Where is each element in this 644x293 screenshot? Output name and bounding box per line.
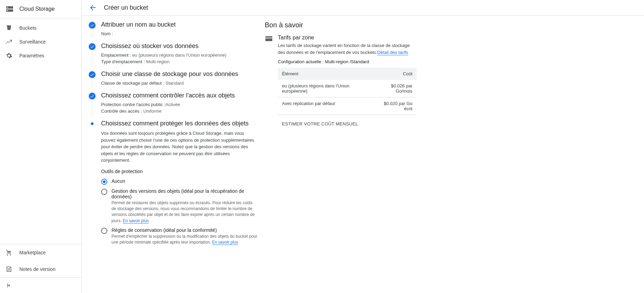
cloud-storage-icon (6, 5, 14, 13)
sidebar-item-label: Marketplace (19, 250, 46, 255)
pricing-details-link[interactable]: Détail des tarifs (377, 50, 408, 55)
step-title[interactable]: Attribuer un nom au bucket (101, 21, 258, 28)
back-arrow-icon[interactable] (89, 3, 97, 12)
page-title: Créer un bucket (104, 4, 148, 11)
table-row: Avec réplication par défaut $0.020 par G… (278, 97, 417, 115)
current-config: Configuration actuelle : Multi-region /S… (278, 59, 417, 64)
sidebar-nav: Buckets Surveillance Paramètres (0, 18, 81, 244)
sidebar-item-marketplace[interactable]: Marketplace (0, 244, 81, 261)
step-name-value: Nom : (101, 31, 258, 36)
protection-tools-label: Outils de protection (101, 169, 258, 174)
step-title[interactable]: Choisissez comment protéger les données … (101, 120, 258, 127)
radio-icon (101, 189, 107, 195)
table-header-cost: Coût (372, 68, 417, 80)
estimate-cost-button[interactable]: ESTIMER VOTRE COÛT MENSUEL (278, 115, 362, 129)
radio-label: Gestion des versions des objets (idéal p… (111, 188, 258, 199)
svg-rect-3 (7, 10, 8, 11)
pricing-section: Tarifs par zone Les tarifs de stockage v… (265, 35, 417, 129)
step-public-access: Protection contre l'accès public :Activé… (101, 102, 258, 107)
sidebar: Cloud Storage Buckets Surveillance Param… (0, 0, 82, 293)
radio-icon (101, 228, 107, 234)
sidebar-item-monitoring[interactable]: Surveillance (0, 35, 81, 49)
step-title[interactable]: Choisir une classe de stockage pour vos … (101, 70, 258, 78)
main: Créer un bucket Attribuer un nom au buck… (82, 0, 644, 293)
step-description: Vos données sont toujours protégées grâc… (101, 130, 258, 164)
topbar: Créer un bucket (82, 0, 644, 16)
sidebar-item-label: Notes de version (19, 266, 56, 272)
step-protect: Choisissez comment protéger les données … (89, 120, 258, 246)
svg-rect-2 (7, 7, 8, 8)
chevron-left-icon (6, 282, 12, 289)
sidebar-item-release-notes[interactable]: Notes de version (0, 261, 81, 277)
chart-icon (6, 38, 12, 45)
step-location-type: Type d'emplacement : Multi-region (101, 59, 258, 64)
sidebar-header: Cloud Storage (0, 0, 81, 18)
radio-help: Permet de restaurer des objets supprimés… (111, 200, 258, 224)
table-header-element: Élément (278, 68, 372, 80)
notes-icon (6, 266, 12, 273)
step-name: Attribuer un nom au bucket Nom : (89, 21, 258, 36)
form-column: Attribuer un nom au bucket Nom : Choisis… (89, 21, 258, 252)
step-title[interactable]: Choisissez où stocker vos données (101, 42, 258, 50)
radio-option-none[interactable]: Aucun (101, 178, 258, 185)
current-step-dot-icon (91, 122, 94, 125)
table-row: eu (plusieurs régions dans l'Union europ… (278, 80, 417, 97)
cart-icon (6, 249, 12, 256)
sidebar-footer: Marketplace Notes de version (0, 244, 81, 293)
product-title: Cloud Storage (19, 6, 55, 12)
check-icon (89, 22, 96, 29)
gear-icon (6, 52, 12, 59)
sidebar-item-buckets[interactable]: Buckets (0, 21, 81, 35)
step-location: Choisissez où stocker vos données Emplac… (89, 42, 258, 64)
learn-more-link[interactable]: En savoir plus (212, 240, 238, 245)
sidebar-item-label: Buckets (19, 25, 37, 31)
sidebar-item-label: Paramètres (19, 53, 44, 58)
check-icon (89, 71, 96, 78)
info-title: Bon à savoir (265, 21, 417, 29)
learn-more-link[interactable]: En savoir plus (123, 218, 149, 224)
step-access-control: Contrôle des accès : Uniforme (101, 108, 258, 114)
radio-help: Permet d'empêcher la suppression ou la m… (111, 234, 258, 246)
pricing-heading: Tarifs par zone (278, 35, 417, 41)
radio-label: Aucun (111, 178, 258, 184)
sidebar-collapse-toggle[interactable] (0, 277, 81, 293)
radio-option-retention[interactable]: Règles de conservation (idéal pour la co… (101, 227, 258, 246)
step-location-value: Emplacement : eu (plusieurs régions dans… (101, 53, 258, 58)
step-title[interactable]: Choisissez comment contrôler l'accès aux… (101, 92, 258, 99)
check-icon (89, 93, 96, 100)
credit-card-icon (265, 35, 273, 43)
radio-label: Règles de conservation (idéal pour la co… (111, 227, 258, 233)
step-access: Choisissez comment contrôler l'accès aux… (89, 92, 258, 114)
pricing-text: Les tarifs de stockage varient en foncti… (278, 42, 417, 56)
check-icon (89, 43, 96, 50)
pricing-table: Élément Coût eu (plusieurs régions dans … (278, 68, 417, 115)
sidebar-item-label: Surveillance (19, 39, 46, 45)
content: Attribuer un nom au bucket Nom : Choisis… (82, 16, 644, 273)
radio-option-versioning[interactable]: Gestion des versions des objets (idéal p… (101, 188, 258, 224)
step-class-value: Classe de stockage par défaut : Standard (101, 81, 258, 86)
radio-icon (101, 179, 107, 185)
step-storage-class: Choisir une classe de stockage pour vos … (89, 70, 258, 86)
bucket-icon (6, 25, 12, 31)
info-column: Bon à savoir Tarifs par zone Les tarifs … (265, 21, 417, 252)
sidebar-item-settings[interactable]: Paramètres (0, 49, 81, 63)
